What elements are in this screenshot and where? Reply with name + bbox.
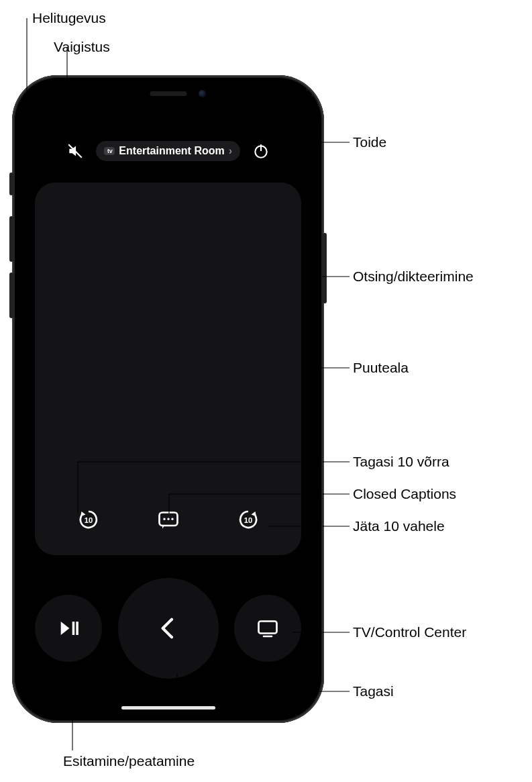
chevron-right-icon: ›	[229, 145, 232, 157]
mute-icon	[66, 142, 84, 160]
power-button[interactable]	[250, 140, 272, 162]
label-play-pause: Esitamine/peatamine	[63, 753, 195, 769]
skip-back-10-button[interactable]: 10	[72, 503, 105, 536]
svg-rect-9	[72, 622, 75, 635]
skip-forward-10-icon: 10	[236, 507, 260, 532]
back-button[interactable]	[118, 578, 219, 679]
apple-tv-badge: tv	[104, 147, 115, 155]
svg-point-5	[163, 518, 165, 520]
captions-icon	[156, 507, 180, 532]
skip-back-10-icon: 10	[76, 507, 101, 532]
svg-rect-10	[76, 622, 78, 635]
front-camera	[199, 90, 206, 97]
side-hw-button	[323, 233, 327, 303]
label-back: Tagasi	[353, 683, 394, 699]
device-selector[interactable]: tv Entertainment Room ›	[96, 141, 240, 161]
label-power: Toide	[353, 134, 386, 150]
touchpad[interactable]: 10 10	[35, 183, 301, 555]
play-pause-icon	[57, 617, 80, 640]
label-skip-back-10: Tagasi 10 võrra	[353, 454, 449, 470]
play-pause-button[interactable]	[35, 595, 102, 662]
home-indicator	[121, 706, 215, 710]
svg-text:10: 10	[84, 516, 93, 524]
closed-captions-button[interactable]	[152, 503, 185, 536]
svg-point-6	[167, 518, 169, 520]
label-touch-area: Puuteala	[353, 360, 409, 376]
label-volume: Helitugevus	[32, 10, 106, 26]
chevron-left-icon	[155, 615, 182, 642]
power-icon	[252, 142, 270, 160]
svg-text:10: 10	[244, 516, 252, 524]
phone-frame: tv Entertainment Room › 10	[12, 75, 324, 723]
remote-controls	[35, 578, 301, 679]
label-closed-captions: Closed Captions	[353, 486, 456, 502]
mute-button[interactable]	[64, 140, 87, 162]
remote-top-bar: tv Entertainment Room ›	[19, 136, 317, 166]
tv-icon	[256, 616, 280, 640]
tv-control-center-button[interactable]	[234, 595, 301, 662]
speaker-grille	[150, 91, 187, 96]
svg-rect-11	[259, 622, 277, 634]
skip-forward-10-button[interactable]: 10	[231, 503, 265, 536]
volume-up-hw-button	[9, 216, 13, 262]
label-skip-fwd-10: Jäta 10 vahele	[353, 518, 445, 534]
label-search-dictation: Otsing/dikteerimine	[353, 268, 474, 285]
touchpad-button-row: 10 10	[35, 503, 301, 536]
volume-down-hw-button	[9, 273, 13, 318]
label-tv-cc: TV/Control Center	[353, 624, 466, 640]
ringer-switch	[9, 173, 13, 195]
room-name: Entertainment Room	[119, 145, 224, 157]
label-mute: Vaigistus	[54, 39, 110, 55]
phone-screen: tv Entertainment Room › 10	[19, 82, 317, 716]
svg-point-7	[171, 518, 173, 520]
